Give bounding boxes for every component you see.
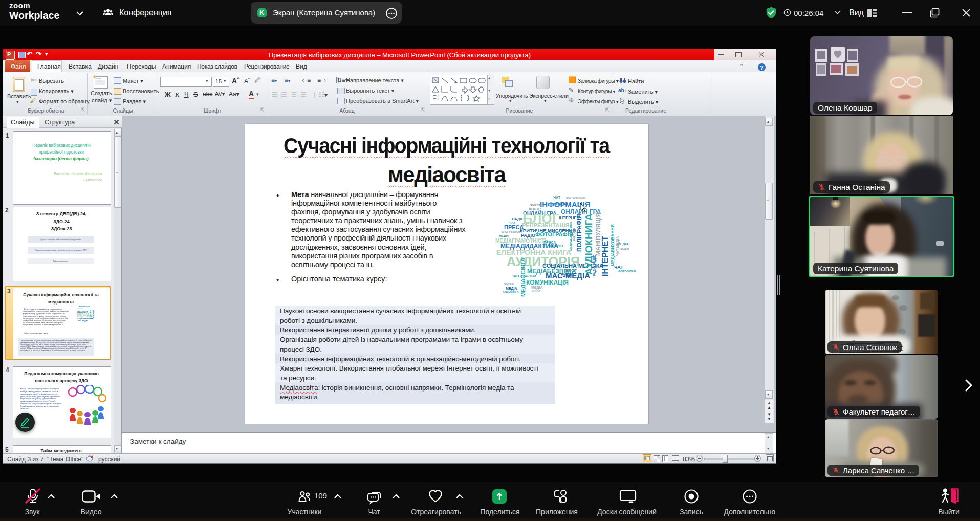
svg-text:БЛОГ: БЛОГ bbox=[78, 307, 84, 310]
svg-text:МЕДІАДИДАКТ.: МЕДІАДИДАКТ. bbox=[77, 311, 88, 313]
svg-text:АУДІОКН.: АУДІОКН. bbox=[89, 309, 92, 319]
svg-text:МАС-МЕДІА: МАС-МЕДІА bbox=[78, 320, 88, 322]
svg-text:ІНТЕРНЕТ: ІНТЕРНЕТ bbox=[93, 309, 95, 318]
